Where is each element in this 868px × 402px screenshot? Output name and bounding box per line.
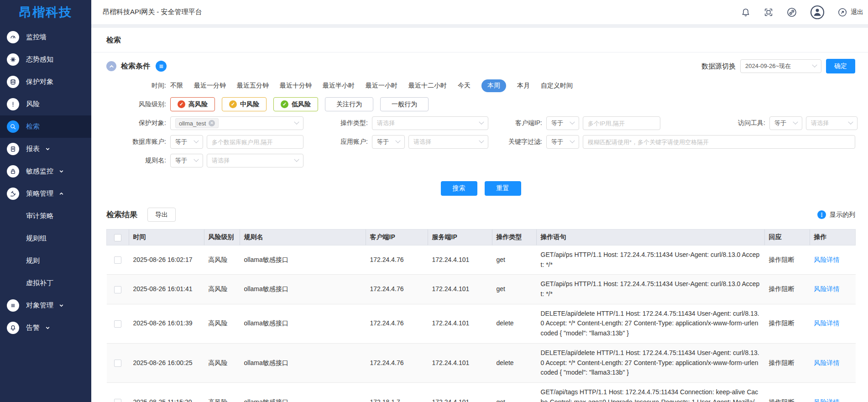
logout-button[interactable]: 退出 <box>837 7 863 17</box>
sidebar-item-protected-objects[interactable]: 保护对象 <box>0 71 91 93</box>
risk-level-label: 风险级别: <box>106 100 170 109</box>
notification-bell-icon[interactable] <box>741 7 751 17</box>
time-option-last-10min[interactable]: 最近十分钟 <box>280 82 312 90</box>
time-option-last-1min[interactable]: 最近一分钟 <box>194 82 226 90</box>
time-label: 时间: <box>106 82 170 90</box>
time-option-last-5min[interactable]: 最近五分钟 <box>237 82 269 90</box>
sidebar-item-reports[interactable]: 报表 <box>0 138 91 160</box>
sidebar-item-sensitive-monitor[interactable]: 敏感监控 <box>0 160 91 183</box>
risk-detail-link[interactable]: 风险详情 <box>814 285 840 292</box>
rule-name-label: 规则名: <box>106 157 170 165</box>
list-icon <box>7 299 19 312</box>
remove-tag-icon[interactable]: ✕ <box>209 120 215 126</box>
sidebar-item-alerts[interactable]: 告警 <box>0 317 91 339</box>
export-button[interactable]: 导出 <box>147 208 176 222</box>
chevron-down-icon <box>45 325 50 330</box>
sidebar-item-risk[interactable]: 风险 <box>0 93 91 115</box>
situation-awareness-icon <box>7 53 19 66</box>
risk-detail-link[interactable]: 风险详情 <box>814 398 840 402</box>
time-option-last-30min[interactable]: 最近半小时 <box>323 82 355 90</box>
time-option-last-1h[interactable]: 最近一小时 <box>366 82 397 90</box>
row-checkbox[interactable] <box>114 256 121 264</box>
lock-icon <box>7 165 19 178</box>
table-row: 2025-08-26 16:01:39 高风险 ollama敏感接口 172.2… <box>107 304 856 343</box>
risk-detail-link[interactable]: 风险详情 <box>814 319 840 327</box>
client-ip-input[interactable] <box>583 116 660 130</box>
sidebar-subitem-rules[interactable]: 规则 <box>0 250 91 272</box>
sidebar-item-policy-management[interactable]: 策略管理 <box>0 183 91 205</box>
show-columns-toggle[interactable]: ⋮ 显示的列 <box>817 210 855 219</box>
time-option-custom[interactable]: 自定义时间 <box>541 82 573 90</box>
row-checkbox[interactable] <box>114 320 121 328</box>
risk-high-button[interactable]: ✓ 高风险 <box>170 97 215 111</box>
app-account-operator-select[interactable]: 等于 <box>372 135 405 149</box>
sidebar-subitem-audit-policy[interactable]: 审计策略 <box>0 205 91 227</box>
sidebar-item-situation-awareness[interactable]: 态势感知 <box>0 48 91 71</box>
link-icon[interactable] <box>786 7 797 18</box>
risk-medium-button[interactable]: ✓ 中风险 <box>222 97 267 111</box>
rule-name-select[interactable]: 请选择 <box>207 154 303 167</box>
page-title: 检索 <box>91 28 868 52</box>
time-option-this-month[interactable]: 本月 <box>517 82 530 90</box>
sidebar-item-object-management[interactable]: 对象管理 <box>0 294 91 317</box>
chevron-down-icon <box>570 138 575 143</box>
confirm-button[interactable]: 确定 <box>826 59 855 73</box>
time-option-this-week[interactable]: 本周 <box>481 79 506 92</box>
sidebar-item-monitor-wall[interactable]: 监控墙 <box>0 26 91 48</box>
check-icon: ✓ <box>281 100 288 108</box>
row-checkbox[interactable] <box>114 360 121 367</box>
col-header-statement: 操作语句 <box>536 230 764 245</box>
access-tool-operator-select[interactable]: 等于 <box>769 116 802 130</box>
time-option-unlimited[interactable]: 不限 <box>170 82 183 90</box>
operation-type-label: 操作类型: <box>303 119 372 127</box>
table-row: 2025-08-26 16:00:25 高风险 ollama敏感接口 172.2… <box>107 343 856 382</box>
client-ip-label: 客户端IP: <box>488 119 546 127</box>
col-header-client-ip: 客户端IP <box>366 230 428 245</box>
col-header-time: 时间 <box>129 230 204 245</box>
risk-detail-link[interactable]: 风险详情 <box>814 359 840 366</box>
logout-label: 退出 <box>851 8 863 16</box>
sidebar-subitem-virtual-patch[interactable]: 虚拟补丁 <box>0 272 91 294</box>
col-header-risk-level: 风险级别 <box>204 230 240 245</box>
row-checkbox[interactable] <box>114 399 121 402</box>
top-header: 昂楷科技API网关 - 安全管理平台 退出 <box>91 0 868 24</box>
select-all-checkbox[interactable] <box>114 234 121 241</box>
check-icon: ✓ <box>178 100 185 108</box>
operation-type-select[interactable]: 请选择 <box>372 116 488 130</box>
risk-low-button[interactable]: ✓ 低风险 <box>273 97 318 111</box>
database-icon <box>7 76 19 88</box>
protect-object-select[interactable]: ollma_test✕ <box>170 116 303 130</box>
collapse-section-icon[interactable] <box>106 61 116 71</box>
brand-logo: 昂楷科技 <box>0 0 91 24</box>
access-tool-select[interactable]: 请选择 <box>806 116 858 130</box>
chevron-down-icon <box>395 138 400 143</box>
chevron-down-icon <box>59 303 64 308</box>
selected-tag: ollma_test✕ <box>175 118 219 128</box>
rule-name-operator-select[interactable]: 等于 <box>170 154 203 167</box>
gavel-icon <box>7 188 19 200</box>
datasource-select[interactable]: 2024-09-26~现在 <box>740 59 821 73</box>
db-account-input[interactable] <box>207 135 303 149</box>
search-button[interactable]: 搜索 <box>441 181 477 196</box>
time-option-last-12h[interactable]: 最近十二小时 <box>408 82 447 90</box>
row-checkbox[interactable] <box>114 286 121 293</box>
reset-button[interactable]: 重置 <box>485 181 521 196</box>
client-ip-operator-select[interactable]: 等于 <box>546 116 579 130</box>
fullscreen-icon[interactable] <box>763 7 774 17</box>
risk-normal-behavior-button[interactable]: 一般行为 <box>380 97 429 111</box>
risk-detail-link[interactable]: 风险详情 <box>814 256 840 263</box>
filter-menu-icon[interactable] <box>156 61 167 72</box>
user-avatar[interactable] <box>810 5 825 20</box>
chevron-down-icon <box>793 120 798 125</box>
keyword-operator-select[interactable]: 等于 <box>546 135 579 149</box>
db-account-operator-select[interactable]: 等于 <box>170 135 203 149</box>
keyword-input[interactable] <box>583 135 855 149</box>
sidebar-subitem-rule-group[interactable]: 规则组 <box>0 227 91 250</box>
monitor-wall-icon <box>7 31 19 43</box>
sidebar-item-search[interactable]: 检索 <box>0 115 91 138</box>
chevron-down-icon <box>294 120 299 125</box>
risk-watch-behavior-button[interactable]: 关注行为 <box>325 97 373 111</box>
results-table: 时间 风险级别 规则名 客户端IP 服务端IP 操作类型 操作语句 回应 操作 <box>106 229 856 402</box>
app-account-select[interactable]: 请选择 <box>408 135 488 149</box>
time-option-today[interactable]: 今天 <box>458 82 471 90</box>
